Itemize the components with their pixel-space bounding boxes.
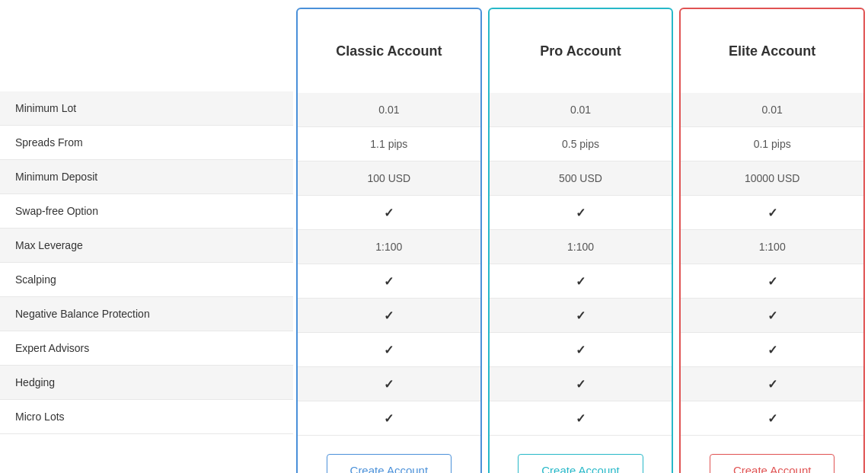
label-column: Minimum Lot Spreads From Minimum Deposit… [0,8,293,473]
elite-row-expert-advisors: ✓ [681,333,863,367]
elite-row-minimum-lot: 0.01 [681,93,863,127]
elite-row-hedging: ✓ [681,367,863,401]
classic-account-footer: Create Account [298,436,480,473]
classic-minimum-lot-value: 0.01 [378,104,399,116]
pro-micro-lots-check: ✓ [576,411,586,426]
label-negative-balance: Negative Balance Protection [15,308,150,320]
elite-scalping-check: ✓ [767,274,777,289]
pro-row-expert-advisors: ✓ [490,333,672,367]
elite-row-scalping: ✓ [681,264,863,299]
elite-micro-lots-check: ✓ [767,411,777,426]
pro-row-spreads-from: 0.5 pips [490,127,672,161]
pro-hedging-check: ✓ [576,377,586,392]
elite-row-spreads-from: 0.1 pips [681,127,863,161]
elite-max-leverage-value: 1:100 [759,241,786,253]
label-row-swap-free: Swap-free Option [0,194,293,229]
elite-account-column: Elite Account 0.01 0.1 pips 10000 USD ✓ … [679,8,865,473]
classic-swap-free-check: ✓ [384,206,394,220]
elite-create-account-button[interactable]: Create Account [710,454,835,474]
pro-row-scalping: ✓ [490,264,672,299]
elite-row-minimum-deposit: 10000 USD [681,161,863,196]
elite-swap-free-check: ✓ [767,206,777,220]
label-row-micro-lots: Micro Lots [0,400,293,434]
label-expert-advisors: Expert Advisors [15,342,89,354]
pro-row-hedging: ✓ [490,367,672,401]
label-minimum-lot: Minimum Lot [15,102,76,114]
label-row-hedging: Hedging [0,366,293,400]
elite-minimum-deposit-value: 10000 USD [745,172,799,184]
classic-negative-balance-check: ✓ [384,308,394,323]
classic-expert-advisors-check: ✓ [384,343,394,357]
pro-row-negative-balance: ✓ [490,299,672,333]
elite-account-header: Elite Account [681,9,863,93]
classic-spreads-from-value: 1.1 pips [370,138,407,150]
elite-account-footer: Create Account [681,436,863,473]
classic-hedging-check: ✓ [384,377,394,392]
label-minimum-deposit: Minimum Deposit [15,171,97,183]
pro-account-column: Pro Account 0.01 0.5 pips 500 USD ✓ 1:10… [488,8,674,473]
pro-row-micro-lots: ✓ [490,401,672,436]
pro-minimum-lot-value: 0.01 [570,104,591,116]
pro-account-header: Pro Account [490,9,672,93]
label-row-scalping: Scalping [0,263,293,297]
pro-row-max-leverage: 1:100 [490,230,672,264]
elite-account-title: Elite Account [729,43,815,59]
label-footer [0,434,293,473]
label-hedging: Hedging [15,376,55,388]
classic-account-header: Classic Account [298,9,480,93]
pro-account-title: Pro Account [540,43,621,59]
label-header [0,8,293,91]
pro-spreads-from-value: 0.5 pips [562,138,599,150]
classic-account-title: Classic Account [336,43,442,59]
pro-row-minimum-lot: 0.01 [490,93,672,127]
label-row-max-leverage: Max Leverage [0,229,293,263]
classic-row-micro-lots: ✓ [298,401,480,436]
classic-row-minimum-lot: 0.01 [298,93,480,127]
classic-row-max-leverage: 1:100 [298,230,480,264]
pro-scalping-check: ✓ [576,274,586,289]
pro-expert-advisors-check: ✓ [576,343,586,357]
label-row-minimum-deposit: Minimum Deposit [0,160,293,194]
elite-spreads-from-value: 0.1 pips [754,138,791,150]
elite-hedging-check: ✓ [767,377,777,392]
classic-minimum-deposit-value: 100 USD [367,172,410,184]
classic-row-hedging: ✓ [298,367,480,401]
classic-row-swap-free: ✓ [298,196,480,230]
pro-row-minimum-deposit: 500 USD [490,161,672,196]
classic-row-spreads-from: 1.1 pips [298,127,480,161]
classic-scalping-check: ✓ [384,274,394,289]
pro-swap-free-check: ✓ [576,206,586,220]
elite-row-max-leverage: 1:100 [681,230,863,264]
classic-row-negative-balance: ✓ [298,299,480,333]
pro-row-swap-free: ✓ [490,196,672,230]
comparison-table: Minimum Lot Spreads From Minimum Deposit… [0,0,868,473]
classic-row-minimum-deposit: 100 USD [298,161,480,196]
elite-minimum-lot-value: 0.01 [762,104,783,116]
pro-account-footer: Create Account [490,436,672,473]
elite-expert-advisors-check: ✓ [767,343,777,357]
pro-minimum-deposit-value: 500 USD [559,172,602,184]
label-swap-free: Swap-free Option [15,205,98,217]
classic-micro-lots-check: ✓ [384,411,394,426]
label-row-negative-balance: Negative Balance Protection [0,297,293,331]
pro-max-leverage-value: 1:100 [567,241,594,253]
label-row-spreads-from: Spreads From [0,126,293,160]
classic-row-scalping: ✓ [298,264,480,299]
pro-negative-balance-check: ✓ [576,308,586,323]
elite-row-micro-lots: ✓ [681,401,863,436]
elite-negative-balance-check: ✓ [767,308,777,323]
pro-create-account-button[interactable]: Create Account [518,454,643,474]
label-micro-lots: Micro Lots [15,411,65,423]
elite-row-swap-free: ✓ [681,196,863,230]
classic-row-expert-advisors: ✓ [298,333,480,367]
label-spreads-from: Spreads From [15,136,83,149]
label-max-leverage: Max Leverage [15,239,83,251]
classic-account-column: Classic Account 0.01 1.1 pips 100 USD ✓ … [296,8,482,473]
classic-create-account-button[interactable]: Create Account [327,454,452,474]
classic-max-leverage-value: 1:100 [375,241,402,253]
label-scalping: Scalping [15,273,56,286]
elite-row-negative-balance: ✓ [681,299,863,333]
label-row-minimum-lot: Minimum Lot [0,91,293,126]
label-row-expert-advisors: Expert Advisors [0,331,293,366]
